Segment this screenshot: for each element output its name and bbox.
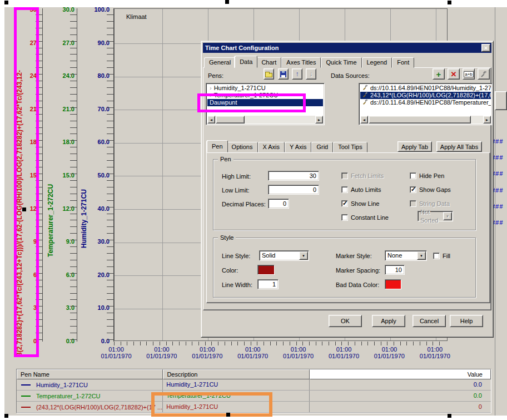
- line-width-input[interactable]: [257, 279, 279, 289]
- wrench-icon: [362, 85, 369, 92]
- subtab-options[interactable]: Options: [227, 142, 258, 152]
- subtab-y-axis[interactable]: Y Axis: [285, 142, 311, 152]
- subtab-pen[interactable]: Pen: [207, 140, 228, 152]
- checkbox-fetch-limits[interactable]: Fetch Limits: [341, 172, 384, 179]
- subtab-grid[interactable]: Grid: [311, 142, 333, 152]
- checkbox-icon[interactable]: [341, 200, 348, 207]
- pens-list[interactable]: ◄ ► ›Humidity_1-271CU›Temperaturer_1-272…: [206, 83, 325, 125]
- pen-name-cell: Temperaturer_1-272CU: [17, 391, 163, 401]
- cancel-button[interactable]: Cancel: [412, 315, 446, 327]
- pen-name-cell: (243,12*(LOG(RH/100)/LOG(2,718282)+(17 .…: [17, 402, 163, 412]
- pen-name-text: Temperaturer_1-272CU: [36, 393, 101, 399]
- checkbox-icon[interactable]: [341, 186, 348, 193]
- expression-editor-button[interactable]: a+b: [463, 68, 475, 80]
- scroll-right-icon[interactable]: ►: [315, 116, 323, 123]
- tab-quick-time[interactable]: Quick Time: [321, 57, 361, 68]
- checkbox-auto-limits[interactable]: Auto Limits: [341, 186, 381, 193]
- add-data-source-button[interactable]: +: [433, 68, 445, 80]
- data-sources-scrollbar-thumb[interactable]: [369, 116, 471, 123]
- checkbox-icon[interactable]: [341, 214, 348, 221]
- sort-mode-dropdown[interactable]: Not Sorted ▼: [417, 211, 453, 221]
- save-pen-file-button[interactable]: [278, 68, 289, 80]
- x-tick-date: 01/01/1970: [274, 353, 324, 359]
- pen-list-item[interactable]: ›Humidity_1-271CU: [207, 85, 323, 92]
- column-header-value[interactable]: Value: [310, 369, 491, 379]
- up-arrow-icon: ↑: [296, 70, 299, 78]
- data-source-item[interactable]: 243,12*(LOG(RH/100)/LOG(2,718282)+(17,62…: [360, 92, 491, 99]
- open-pen-file-button[interactable]: [264, 68, 274, 80]
- checkbox-string-data[interactable]: String Data: [410, 200, 450, 207]
- tab-font[interactable]: Font: [392, 57, 414, 68]
- axis-tick-label: 15: [19, 172, 37, 179]
- column-header-pen-name[interactable]: Pen Name: [17, 369, 163, 379]
- axis-tick-label: 10.0: [87, 304, 110, 312]
- plot-gridline-vertical: [162, 9, 163, 340]
- decimal-places-input[interactable]: [268, 199, 289, 209]
- selection-handle: [225, 0, 229, 4]
- scroll-right-icon[interactable]: ►: [483, 116, 491, 123]
- apply-button[interactable]: Apply: [372, 315, 405, 327]
- marker-spacing-input[interactable]: [385, 265, 405, 275]
- checkbox-icon[interactable]: [410, 200, 416, 207]
- selection-handle: [4, 1, 8, 4]
- delete-data-source-button[interactable]: ✕: [448, 68, 460, 80]
- fill-checkbox-row[interactable]: Fill: [433, 252, 450, 259]
- axis-tick-label: 9: [19, 238, 37, 245]
- help-button[interactable]: Help: [450, 315, 483, 327]
- apply-tab-button[interactable]: Apply Tab: [397, 141, 432, 152]
- field-label: Low Limit:: [222, 187, 250, 194]
- pen-list-item[interactable]: Dauwpunt: [207, 99, 323, 106]
- subtab-x-axis[interactable]: X Axis: [258, 142, 285, 152]
- data-source-item[interactable]: ds://10.11.64.89/HEN01PC88/Temperaturer_…: [360, 99, 491, 106]
- move-pen-down-button[interactable]: ↓: [306, 68, 316, 80]
- scroll-left-icon[interactable]: ◄: [360, 116, 368, 123]
- wrench-icon: [362, 99, 369, 106]
- tab-chart[interactable]: Chart: [256, 57, 281, 68]
- axis-tick-label: 6: [19, 271, 37, 279]
- pen-description-cell: Temperaturer_1-272CU: [163, 391, 309, 401]
- data-source-item[interactable]: ds://10.11.64.89/HEN01PC88/Humidity_1-27…: [360, 85, 491, 92]
- scroll-left-icon[interactable]: ◄: [207, 116, 215, 123]
- table-row[interactable]: Humidity_1-271CUHumidity_1-271CU0.0: [17, 379, 491, 391]
- move-pen-up-button[interactable]: ↑: [292, 68, 302, 80]
- pen-list-item[interactable]: ›Temperaturer_1-272CU: [207, 92, 323, 99]
- tab-data[interactable]: Data: [235, 56, 257, 68]
- pens-list-scrollbar[interactable]: ◄ ►: [207, 116, 323, 123]
- dialog-title-bar[interactable]: Time Chart Configuration ×: [203, 43, 491, 53]
- table-row[interactable]: Temperaturer_1-272CUTemperaturer_1-272CU…: [17, 391, 491, 402]
- pen-list-text: Humidity_1-271CU: [214, 85, 266, 92]
- fill-checkbox[interactable]: [433, 253, 440, 259]
- table-row[interactable]: (243,12*(LOG(RH/100)/LOG(2,718282)+(17 .…: [17, 402, 491, 413]
- data-sources-list[interactable]: ◄ ► ds://10.11.64.89/HEN01PC88/Humidity_…: [359, 83, 493, 125]
- close-icon[interactable]: ×: [481, 44, 490, 52]
- data-sources-scrollbar[interactable]: ◄ ►: [360, 116, 491, 123]
- marker-style-dropdown[interactable]: None ▼: [385, 250, 427, 261]
- pens-scrollbar-thumb[interactable]: [216, 116, 245, 123]
- low-limit-input[interactable]: [268, 185, 319, 195]
- tab-axes-titles[interactable]: Axes Titles: [281, 57, 321, 68]
- tab-legend[interactable]: Legend: [362, 57, 392, 68]
- pen-color-swatch[interactable]: [257, 265, 275, 275]
- column-header-description[interactable]: Description: [163, 369, 309, 379]
- checkbox-icon[interactable]: [341, 172, 348, 179]
- checkbox-icon[interactable]: [410, 186, 416, 193]
- apply-all-tabs-button[interactable]: Apply All Tabs: [436, 141, 482, 152]
- checkbox-icon[interactable]: [410, 172, 416, 179]
- data-source-text: 243,12*(LOG(RH/100)/LOG(2,718282)+(17,62…: [370, 92, 491, 99]
- checkbox-hide-pen[interactable]: Hide Pen: [410, 172, 444, 179]
- pen-value-cell: 0.0: [310, 379, 491, 390]
- sort-mode-value: Not Sorted: [418, 208, 443, 225]
- line-style-dropdown[interactable]: Solid ▼: [259, 250, 309, 261]
- checkbox-constant-line[interactable]: Constant Line: [341, 214, 389, 221]
- bad-data-color-swatch[interactable]: [385, 279, 401, 289]
- subtab-tool-tips[interactable]: Tool Tips: [333, 142, 367, 152]
- chevron-down-icon: ▼: [299, 251, 308, 260]
- background-window-edge: [495, 7, 495, 416]
- tab-general[interactable]: General: [204, 57, 236, 68]
- ok-button[interactable]: OK: [329, 315, 362, 327]
- checkbox-show-line[interactable]: Show Line: [341, 200, 379, 207]
- pen-group-title: Pen: [218, 156, 233, 162]
- checkbox-show-gaps[interactable]: Show Gaps: [410, 186, 451, 193]
- high-limit-input[interactable]: [268, 171, 319, 181]
- configure-data-source-button[interactable]: [478, 68, 490, 80]
